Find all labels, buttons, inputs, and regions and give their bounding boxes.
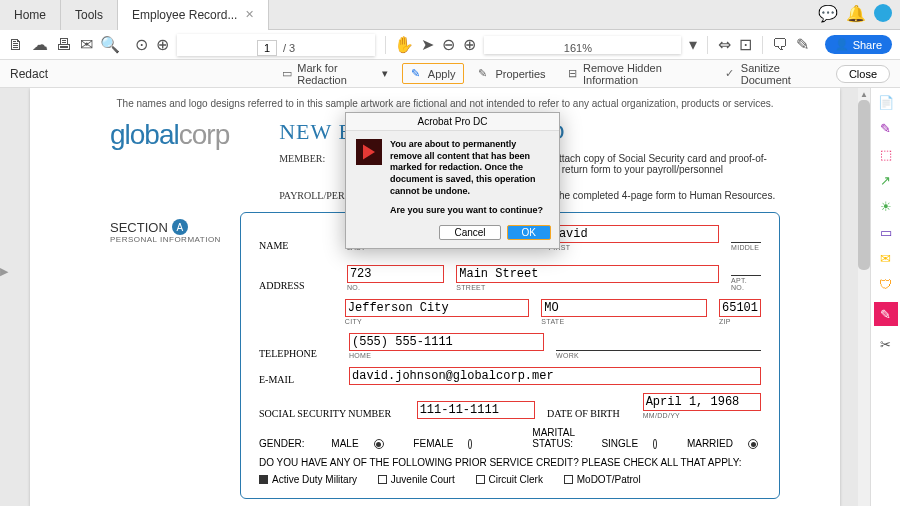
- field-dob[interactable]: April 1, 1968: [643, 393, 761, 411]
- bell-icon[interactable]: 🔔: [846, 4, 864, 22]
- field-city[interactable]: Jefferson City: [345, 299, 530, 317]
- apply-icon: ✎: [411, 67, 424, 80]
- right-rail: 📄 ✎ ⬚ ↗ ☀ ▭ ✉ 🛡 ✎ ✂: [870, 88, 900, 506]
- tab-tools[interactable]: Tools: [61, 0, 118, 30]
- field-email[interactable]: david.johnson@globalcorp.mer: [349, 367, 761, 385]
- close-tab-icon[interactable]: ✕: [245, 8, 254, 21]
- tool-more-icon[interactable]: ✂: [878, 336, 894, 352]
- radio-single[interactable]: [653, 439, 657, 449]
- check-modot[interactable]: MoDOT/Patrol: [564, 474, 641, 485]
- zoom-out-icon[interactable]: ⊖: [442, 36, 455, 54]
- acrobat-icon: [356, 139, 382, 165]
- label-ssn: SOCIAL SECURITY NUMBER: [259, 408, 405, 419]
- select-icon[interactable]: ➤: [421, 36, 434, 54]
- chevron-down-icon[interactable]: ▾: [689, 36, 697, 54]
- field-zip[interactable]: 65101: [719, 299, 761, 317]
- radio-married[interactable]: [748, 439, 758, 449]
- page-total: / 3: [283, 42, 295, 54]
- label-dob: DATE OF BIRTH: [547, 408, 631, 419]
- dialog-title: Acrobat Pro DC: [346, 113, 559, 131]
- properties-icon: ✎: [478, 67, 491, 80]
- sign-icon[interactable]: ✎: [796, 36, 809, 54]
- field-ssn[interactable]: 111-11-1111: [417, 401, 535, 419]
- dialog-question: Are you sure you want to continue?: [346, 205, 559, 221]
- field-middle[interactable]: [731, 226, 761, 243]
- form-box: NAME JohnsonLAST DavidFIRST MIDDLE ADDRE…: [240, 212, 780, 499]
- tool-edit-icon[interactable]: ✎: [878, 120, 894, 136]
- scroll-up-icon[interactable]: ▲: [858, 88, 870, 100]
- logo: globalcorp: [110, 119, 229, 151]
- radio-female[interactable]: [468, 439, 472, 449]
- cancel-button[interactable]: Cancel: [439, 225, 500, 240]
- label-marital: MARITAL STATUS:: [532, 427, 574, 449]
- tool-protect-icon[interactable]: 🛡: [878, 276, 894, 292]
- page-input[interactable]: [257, 40, 277, 56]
- sanitize-icon: ✓: [725, 67, 736, 80]
- page-down-icon[interactable]: ⊕: [156, 36, 169, 54]
- tool-send-icon[interactable]: ✉: [878, 250, 894, 266]
- tool-organize-icon[interactable]: ↗: [878, 172, 894, 188]
- mail-icon[interactable]: ✉: [80, 36, 93, 54]
- tool-export-icon[interactable]: ⬚: [878, 146, 894, 162]
- redact-mode-label: Redact: [10, 67, 48, 81]
- remove-hidden-button[interactable]: ⊟Remove Hidden Information: [560, 59, 712, 89]
- top-tabs: Home Tools Employee Record... ✕ 💬 🔔: [0, 0, 900, 30]
- properties-button[interactable]: ✎Properties: [470, 64, 553, 83]
- close-redact-button[interactable]: Close: [836, 65, 890, 83]
- tab-home[interactable]: Home: [0, 0, 61, 30]
- comment-icon[interactable]: 💬: [818, 4, 836, 22]
- zoom-in-icon[interactable]: ⊕: [463, 36, 476, 54]
- search-icon[interactable]: 🔍: [101, 36, 119, 54]
- cloud-icon[interactable]: ☁: [32, 36, 48, 54]
- vertical-scrollbar[interactable]: ▲: [858, 88, 870, 506]
- share-button[interactable]: 👤 Share: [825, 35, 892, 54]
- tool-create-pdf-icon[interactable]: 📄: [878, 94, 894, 110]
- avatar[interactable]: [874, 4, 892, 22]
- tab-document-label: Employee Record...: [132, 8, 237, 22]
- check-military[interactable]: Active Duty Military: [259, 474, 357, 485]
- check-juvenile[interactable]: Juvenile Court: [378, 474, 455, 485]
- fit-page-icon[interactable]: ⊡: [739, 36, 752, 54]
- apply-button[interactable]: ✎Apply: [402, 63, 465, 84]
- field-aptno[interactable]: [731, 259, 761, 276]
- top-right-icons: 💬 🔔: [818, 4, 892, 22]
- scroll-thumb[interactable]: [858, 100, 870, 270]
- page-up-icon[interactable]: ⊙: [135, 36, 148, 54]
- dialog-body: You are about to permanently remove all …: [390, 139, 549, 197]
- share-icon: 👤: [835, 38, 849, 51]
- share-label: Share: [853, 39, 882, 51]
- field-tel-home[interactable]: (555) 555-1111: [349, 333, 544, 351]
- sanitize-button[interactable]: ✓Sanitize Document: [717, 59, 829, 89]
- hidden-icon: ⊟: [568, 67, 579, 80]
- field-no[interactable]: 723: [347, 265, 444, 283]
- label-email: E-MAIL: [259, 374, 337, 385]
- hand-icon[interactable]: ✋: [395, 36, 413, 54]
- label-gender: GENDER:: [259, 438, 305, 449]
- tab-document[interactable]: Employee Record... ✕: [118, 0, 269, 30]
- comment-tool-icon[interactable]: 🗨: [772, 36, 788, 54]
- label-address: ADDRESS: [259, 280, 335, 291]
- check-circuit[interactable]: Circuit Clerk: [476, 474, 543, 485]
- page-indicator: / 3: [177, 34, 375, 56]
- field-tel-work[interactable]: [556, 334, 761, 351]
- confirm-dialog: Acrobat Pro DC You are about to permanen…: [345, 112, 560, 249]
- radio-male[interactable]: [374, 439, 384, 449]
- redact-toolbar: Redact ▭Mark for Redaction▾ ✎Apply ✎Prop…: [0, 60, 900, 88]
- field-state[interactable]: MO: [541, 299, 707, 317]
- save-icon[interactable]: 🗎: [8, 36, 24, 54]
- tool-fill-icon[interactable]: ▭: [878, 224, 894, 240]
- mark-for-redaction-button[interactable]: ▭Mark for Redaction▾: [274, 59, 396, 89]
- label-telephone: TELEPHONE: [259, 348, 337, 359]
- zoom-level[interactable]: 161%: [484, 36, 682, 54]
- field-street[interactable]: Main Street: [456, 265, 719, 283]
- main-toolbar: 🗎 ☁ 🖶 ✉ 🔍 ⊙ ⊕ / 3 ✋ ➤ ⊖ ⊕ 161% ▾ ⇔ ⊡ 🗨 ✎…: [0, 30, 900, 60]
- print-icon[interactable]: 🖶: [56, 36, 72, 54]
- fit-width-icon[interactable]: ⇔: [718, 36, 731, 54]
- mark-icon: ▭: [282, 67, 293, 80]
- left-nav-arrow[interactable]: ▶: [0, 265, 14, 278]
- tool-comment-icon[interactable]: ☀: [878, 198, 894, 214]
- ok-button[interactable]: OK: [507, 225, 551, 240]
- tool-redact-icon[interactable]: ✎: [874, 302, 898, 326]
- field-first[interactable]: David: [549, 225, 719, 243]
- prior-service-question: DO YOU HAVE ANY OF THE FOLLOWING PRIOR S…: [259, 457, 761, 468]
